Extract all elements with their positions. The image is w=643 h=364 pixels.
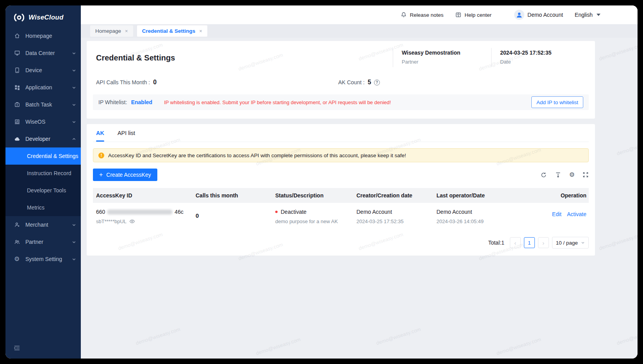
column-header: Operation	[513, 192, 589, 199]
merchant-icon	[14, 222, 20, 228]
accesskey-table: AccessKey ID Calls this month Status/Des…	[93, 188, 589, 231]
ak-card: AK API list ! AccessKey ID and SecretKey…	[87, 124, 595, 256]
home-icon	[14, 33, 20, 39]
date-value: 2024-03-25 17:52:35	[500, 50, 589, 56]
sidebar-item-credential-settings[interactable]: Credential & Settings	[5, 147, 81, 165]
sidebar-item-wiseos[interactable]: WiseOS	[5, 113, 81, 130]
help-center-label: Help center	[465, 12, 492, 18]
account-menu[interactable]: Demo Account	[514, 10, 563, 20]
sidebar-item-developer-tools[interactable]: Developer Tools	[5, 182, 81, 199]
creator-name: Demo Account	[356, 209, 392, 215]
account-info-group: Wiseasy Demostration Partner 2024-03-25 …	[393, 48, 589, 67]
sidebar-item-system-setting[interactable]: ⚙ System Setting	[5, 250, 81, 268]
language-selector[interactable]: English	[575, 12, 600, 18]
sidebar-item-partner[interactable]: Partner	[5, 233, 81, 250]
tab-api-list[interactable]: API list	[118, 124, 135, 142]
sidebar-item-merchant[interactable]: Merchant	[5, 216, 81, 233]
gear-icon: ⚙	[14, 256, 20, 262]
sidebar-item-label: Metrics	[27, 204, 45, 211]
column-height-icon[interactable]	[555, 172, 561, 178]
tab-ak[interactable]: AK	[96, 124, 104, 142]
sidebar-item-device[interactable]: Device	[5, 62, 81, 79]
edit-link[interactable]: Edit	[552, 211, 561, 217]
help-center-button[interactable]: Help center	[455, 12, 492, 18]
sidebar-item-label: Application	[25, 84, 52, 91]
prev-page-button[interactable]: ‹	[510, 237, 521, 248]
sidebar-item-label: Partner	[25, 239, 43, 245]
release-notes-button[interactable]: Release notes	[401, 12, 444, 18]
tab-label: Credential & Settings	[142, 28, 196, 34]
sidebar-item-batch-task[interactable]: Batch Task	[5, 96, 81, 113]
sidebar-item-application[interactable]: Application	[5, 79, 81, 96]
operator-date: 2024-03-26 14:05:49	[436, 218, 484, 224]
accesskey-id-prefix: 660	[96, 209, 105, 215]
creator-cell: Demo Account 2024-03-25 17:52:35	[353, 209, 433, 224]
refresh-icon[interactable]	[540, 172, 547, 178]
table-toolbar: + Create AccessKey ⚙	[93, 169, 589, 181]
partner-value: Wiseasy Demostration	[402, 50, 491, 56]
partner-info-block: Wiseasy Demostration Partner	[393, 48, 491, 67]
partner-icon	[14, 239, 20, 245]
close-icon[interactable]: ×	[199, 28, 202, 34]
creation-date: 2024-03-25 17:52:35	[356, 218, 404, 224]
api-calls-label: API Calls This Month :	[96, 79, 150, 85]
sidebar-item-label: Credential & Settings	[27, 153, 78, 159]
next-page-button[interactable]: ›	[538, 237, 549, 248]
help-circle-icon[interactable]: ?	[374, 80, 380, 85]
add-ip-whitelist-button[interactable]: Add IP to whitelist	[531, 96, 583, 108]
page-size-select[interactable]: 10 / page	[552, 237, 589, 249]
activate-link[interactable]: Activate	[567, 211, 586, 217]
wiseos-icon	[14, 119, 20, 125]
create-accesskey-label: Create AccessKey	[106, 172, 151, 178]
plus-icon: +	[99, 172, 103, 178]
chevron-down-icon	[72, 240, 76, 244]
page-size-value: 10 / page	[556, 240, 578, 246]
sidebar-item-developer[interactable]: Developer	[5, 130, 81, 147]
ak-count-label: AK Count :	[338, 79, 365, 85]
tab-credential-settings[interactable]: Credential & Settings ×	[137, 25, 207, 37]
sidebar-item-label: Merchant	[25, 222, 48, 228]
status-dot	[275, 211, 278, 213]
warning-icon: !	[98, 153, 104, 158]
page-number-button[interactable]: 1	[524, 237, 535, 248]
gear-icon[interactable]: ⚙	[569, 172, 575, 178]
column-header: Creator/Creation date	[353, 192, 433, 199]
partner-label: Partner	[402, 59, 491, 65]
sidebar-item-data-center[interactable]: Data Center	[5, 44, 81, 62]
cloud-icon	[14, 136, 20, 142]
sidebar-item-label: WiseOS	[25, 119, 45, 125]
avatar-icon	[514, 10, 524, 20]
close-icon[interactable]: ×	[125, 28, 128, 34]
page-title: Credential & Settings	[96, 48, 175, 62]
sidebar-item-label: Batch Task	[25, 101, 52, 108]
application-icon	[14, 84, 20, 91]
language-label: English	[575, 12, 593, 18]
calls-cell: 0	[192, 209, 272, 224]
fullscreen-icon[interactable]	[582, 172, 589, 178]
release-notes-label: Release notes	[410, 12, 444, 18]
collapse-sidebar-icon[interactable]	[14, 345, 20, 352]
tab-homepage[interactable]: Homepage ×	[90, 25, 133, 37]
sidebar-item-metrics[interactable]: Metrics	[5, 199, 81, 216]
secretkey-masked: sbT*****bpUL	[96, 218, 126, 224]
sidebar-item-instruction-record[interactable]: Instruction Record	[5, 165, 81, 182]
wisecloud-logo-icon	[14, 13, 24, 22]
redacted-id-blur	[107, 210, 173, 215]
create-accesskey-button[interactable]: + Create AccessKey	[93, 169, 157, 181]
sidebar-item-label: Instruction Record	[27, 170, 71, 176]
chevron-down-icon	[581, 241, 585, 245]
chevron-down-icon	[72, 103, 76, 107]
operation-cell: Edit Activate	[513, 209, 589, 224]
chevron-down-icon	[72, 120, 76, 124]
stats-row: API Calls This Month : 0 AK Count : 5 ?	[96, 79, 589, 86]
tab-label: Homepage	[95, 28, 121, 34]
status-text: Deactivate	[281, 209, 306, 215]
tab-strip: Homepage × Credential & Settings ×	[81, 24, 638, 38]
sidebar-item-label: Developer	[25, 136, 50, 142]
sidebar-item-homepage[interactable]: Homepage	[5, 27, 81, 44]
eye-icon[interactable]	[129, 218, 135, 224]
account-name: Demo Account	[527, 12, 563, 18]
sidebar-item-label: Device	[25, 67, 42, 73]
bell-icon	[401, 12, 407, 18]
status-cell: Deactivate demo purpose for a new AK	[272, 209, 353, 224]
